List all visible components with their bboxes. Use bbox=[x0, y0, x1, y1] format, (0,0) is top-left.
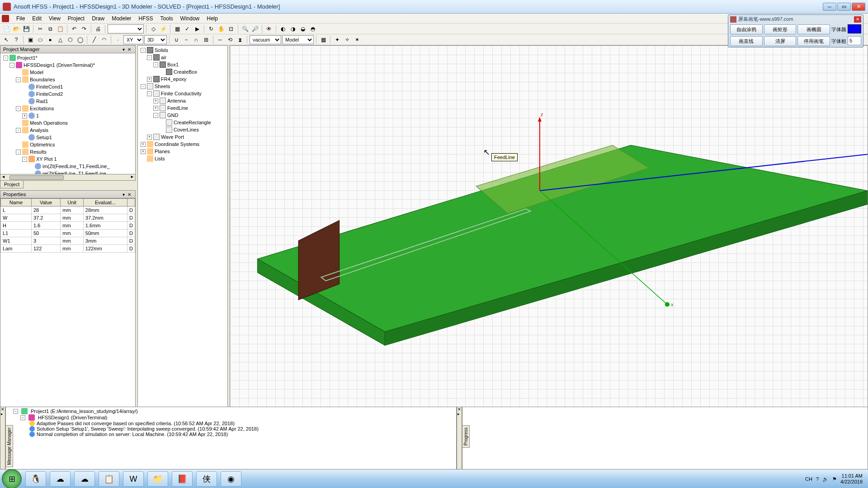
solve-icon[interactable]: ▶ bbox=[193, 24, 202, 33]
ph-eval[interactable]: Evaluat... bbox=[83, 199, 127, 206]
tree-item[interactable]: -Excitations bbox=[1, 105, 134, 112]
message-manager[interactable]: Message Manager −Project1 (E:/Antenna_le… bbox=[5, 407, 457, 474]
print-icon[interactable]: 🖨 bbox=[94, 24, 103, 33]
pm-pin-icon[interactable]: ▾ bbox=[121, 47, 126, 52]
snap1-icon[interactable]: ✦ bbox=[333, 35, 342, 44]
overlay-close-icon[interactable]: ✕ bbox=[854, 16, 861, 23]
tree-item[interactable]: -GND bbox=[139, 112, 226, 119]
prop-close-icon[interactable]: ✕ bbox=[126, 192, 132, 197]
light4-icon[interactable]: ◓ bbox=[308, 24, 317, 33]
poly-icon[interactable]: ⬡ bbox=[66, 35, 75, 44]
tree-item[interactable]: Rad1 bbox=[1, 98, 134, 105]
pm-scroll[interactable] bbox=[0, 174, 135, 180]
task-app4[interactable]: 📋 bbox=[99, 471, 119, 487]
minimize-button[interactable]: ─ bbox=[823, 3, 836, 11]
geom-icon[interactable]: ◇ bbox=[149, 24, 158, 33]
tray-clock[interactable]: 11:01 AM 4/22/2018 bbox=[840, 473, 863, 485]
analyze-icon[interactable]: ⚡ bbox=[159, 24, 168, 33]
tree-item[interactable]: +Antenna bbox=[139, 97, 226, 104]
snap3-icon[interactable]: ✶ bbox=[353, 35, 362, 44]
copy-icon[interactable]: ⧉ bbox=[46, 24, 55, 33]
ph-unit[interactable]: Unit bbox=[61, 199, 84, 206]
tree-item[interactable]: CoverLines bbox=[139, 126, 226, 133]
tree-item[interactable]: +FeedLine bbox=[139, 104, 226, 112]
plane-select[interactable]: XY bbox=[123, 35, 143, 44]
3d-viewport[interactable]: z x ↖ FeedLine 0 25 50 (mm) bbox=[230, 45, 868, 464]
width-input[interactable] bbox=[848, 36, 861, 45]
view-icon[interactable]: 👁 bbox=[264, 24, 274, 33]
tray-net-icon[interactable]: 🔊 bbox=[822, 476, 829, 482]
tree-item[interactable]: +Coordinate Systems bbox=[139, 141, 226, 148]
menu-window[interactable]: Window bbox=[177, 14, 203, 23]
mirror-icon[interactable]: ⧗ bbox=[236, 35, 245, 44]
tree-item[interactable]: -Sheets bbox=[139, 83, 226, 90]
pen-freehand[interactable]: 自由涂鸦 bbox=[730, 24, 763, 34]
new-icon[interactable]: 📄 bbox=[2, 24, 11, 33]
check-icon[interactable]: ✓ bbox=[183, 24, 192, 33]
ph-name[interactable]: Name bbox=[1, 199, 32, 206]
fit-icon[interactable]: ⊡ bbox=[226, 24, 236, 33]
maximize-button[interactable]: ▭ bbox=[837, 3, 851, 11]
prop-pin-icon[interactable]: ▾ bbox=[121, 192, 126, 197]
tray-help-icon[interactable]: ? bbox=[816, 476, 819, 482]
tree-item[interactable]: Model bbox=[1, 69, 134, 76]
split-icon[interactable]: ⊞ bbox=[202, 35, 211, 44]
table-row[interactable]: L150mm50mmD bbox=[1, 230, 135, 237]
pt-icon[interactable]: · bbox=[113, 35, 123, 44]
material-select[interactable]: vacuum bbox=[250, 35, 281, 44]
color-picker[interactable] bbox=[848, 24, 861, 33]
pen-ellipse[interactable]: 画椭圆 bbox=[797, 24, 830, 34]
redo-icon[interactable]: ↷ bbox=[80, 24, 89, 33]
menu-file[interactable]: File bbox=[13, 14, 28, 23]
light3-icon[interactable]: ◒ bbox=[298, 24, 307, 33]
intersect-icon[interactable]: ∩ bbox=[192, 35, 201, 44]
screen-pen-overlay[interactable]: 屏幕画笔-www.s997.com ✕ 自由涂鸦 画矩形 画椭圆 字体颜 画直线… bbox=[728, 14, 863, 47]
cone-icon[interactable]: △ bbox=[56, 35, 65, 44]
model-tree[interactable]: -Solids-air-Box1CreateBox+FR4_epoxy-Shee… bbox=[137, 45, 228, 464]
open-icon[interactable]: 📂 bbox=[12, 24, 21, 33]
subtract-icon[interactable]: − bbox=[182, 35, 191, 44]
help-cursor-icon[interactable]: ? bbox=[12, 35, 21, 44]
task-app2[interactable]: ☁ bbox=[50, 471, 71, 487]
rot-icon[interactable]: ⟲ bbox=[226, 35, 235, 44]
task-app1[interactable]: 🐧 bbox=[25, 471, 46, 487]
tree-item[interactable]: -Finite Conductivity bbox=[139, 90, 226, 97]
unite-icon[interactable]: ∪ bbox=[172, 35, 181, 44]
move-icon[interactable]: ↔ bbox=[216, 35, 225, 44]
tree-item[interactable]: im(Zt(FeedLine_T1,FeedLine_ bbox=[1, 163, 134, 170]
pm-close-icon[interactable]: ✕ bbox=[126, 47, 132, 52]
tree-item[interactable]: CreateRectangle bbox=[139, 119, 226, 126]
snap2-icon[interactable]: ✧ bbox=[343, 35, 352, 44]
table-row[interactable]: W37.2mm37.2mmD bbox=[1, 214, 135, 222]
paste-icon[interactable]: 📋 bbox=[56, 24, 65, 33]
start-button[interactable]: ⊞ bbox=[2, 469, 22, 488]
zoom-select[interactable] bbox=[108, 24, 144, 33]
project-tree[interactable]: -Project1*-HFSSDesign1 (DrivenTerminal)*… bbox=[0, 53, 135, 174]
mesh-icon[interactable]: ▦ bbox=[173, 24, 182, 33]
tree-item[interactable]: -HFSSDesign1 (DrivenTerminal)* bbox=[1, 61, 134, 69]
app-menu-icon[interactable] bbox=[2, 15, 9, 22]
pen-disable[interactable]: 停用画笔 bbox=[797, 36, 830, 46]
tree-item[interactable]: -Project1* bbox=[1, 54, 134, 61]
cut-icon[interactable]: ✂ bbox=[36, 24, 45, 33]
pen-clear[interactable]: 清屏 bbox=[764, 36, 797, 46]
save-icon[interactable]: 💾 bbox=[22, 24, 31, 33]
task-explorer[interactable]: 📁 bbox=[147, 471, 168, 487]
progress-close-icon[interactable]: ✕▸ bbox=[457, 407, 462, 474]
menu-draw[interactable]: Draw bbox=[88, 14, 108, 23]
tree-item[interactable]: -Solids bbox=[139, 47, 226, 54]
tree-item[interactable]: FiniteCond1 bbox=[1, 83, 134, 90]
light2-icon[interactable]: ◑ bbox=[288, 24, 297, 33]
tree-item[interactable]: FiniteCond2 bbox=[1, 90, 134, 98]
tree-item[interactable]: re(Zt(FeedLine_T1,FeedLine_ bbox=[1, 170, 134, 174]
menu-help[interactable]: Help bbox=[203, 14, 222, 23]
msg-close-icon[interactable]: ✕▸ bbox=[0, 407, 5, 474]
menu-edit[interactable]: Edit bbox=[28, 14, 45, 23]
tree-item[interactable]: Setup1 bbox=[1, 134, 134, 141]
tree-item[interactable]: -Boundaries bbox=[1, 76, 134, 83]
table-row[interactable]: W13mm3mmD bbox=[1, 237, 135, 245]
pen-line[interactable]: 画直线 bbox=[730, 36, 763, 46]
undo-icon[interactable]: ↶ bbox=[70, 24, 79, 33]
tree-item[interactable]: CreateBox bbox=[139, 68, 226, 75]
task-hfss[interactable]: ◉ bbox=[221, 471, 241, 487]
